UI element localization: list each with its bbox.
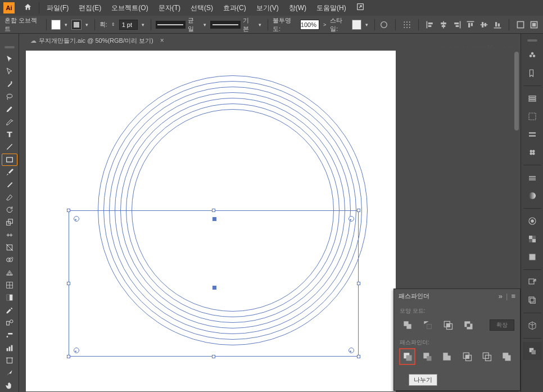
- share-icon[interactable]: [351, 2, 369, 13]
- recolor-icon[interactable]: [379, 20, 388, 29]
- menu-help[interactable]: 도움말(H): [311, 1, 351, 15]
- align-bottom-icon[interactable]: [493, 20, 502, 29]
- line-tool[interactable]: [2, 141, 17, 153]
- rectangle-tool[interactable]: [2, 154, 17, 166]
- sel-anchor-top[interactable]: [212, 217, 216, 221]
- menu-window[interactable]: 창(W): [284, 1, 311, 15]
- stroke-width-input[interactable]: 1 pt: [119, 20, 138, 30]
- slice-tool[interactable]: [2, 367, 17, 379]
- menu-select[interactable]: 선택(S): [185, 1, 218, 15]
- symbol-sprayer-tool[interactable]: [2, 329, 17, 341]
- mesh-tool[interactable]: [2, 279, 17, 291]
- close-tab-icon[interactable]: ×: [160, 37, 164, 44]
- shape-builder-tool[interactable]: [2, 254, 17, 266]
- perspective-grid-tool[interactable]: [2, 267, 17, 279]
- menu-type[interactable]: 문자(T): [153, 1, 185, 15]
- menu-edit[interactable]: 편집(E): [74, 1, 106, 15]
- pen-tool[interactable]: [2, 103, 17, 115]
- scrollbar-thumb[interactable]: [514, 52, 519, 130]
- shape-mode-minus-front[interactable]: [420, 317, 436, 333]
- libraries-panel-icon[interactable]: [523, 291, 542, 309]
- align-artboard-icon[interactable]: [402, 20, 411, 29]
- stroke-profile-dropdown-icon[interactable]: ▾: [202, 22, 208, 28]
- sel-handle-mr[interactable]: [357, 282, 360, 285]
- rotate-tool[interactable]: [2, 204, 17, 216]
- lines-panel-icon[interactable]: [523, 169, 542, 187]
- menu-effect[interactable]: 효과(C): [218, 1, 251, 15]
- stroke-dropdown-icon[interactable]: ▾: [84, 22, 90, 28]
- selection-rect[interactable]: [69, 210, 359, 357]
- stroke-width-dropdown-icon[interactable]: ▾: [140, 22, 146, 28]
- sel-handle-ml[interactable]: [67, 282, 70, 285]
- menu-view[interactable]: 보기(V): [251, 1, 284, 15]
- stroke-swatch[interactable]: [71, 20, 81, 30]
- sel-handle-bl[interactable]: [67, 355, 70, 358]
- panel-menu-icon[interactable]: ≡: [511, 292, 515, 300]
- align-right-icon[interactable]: [452, 20, 461, 29]
- toolbar-handle[interactable]: [4, 46, 15, 48]
- eraser-tool[interactable]: [2, 191, 17, 204]
- artboard[interactable]: [26, 51, 396, 391]
- sel-anchor-center[interactable]: [212, 286, 216, 290]
- magic-wand-tool[interactable]: [2, 78, 17, 91]
- align-vcenter-icon[interactable]: [479, 20, 488, 29]
- opacity-dropdown-icon[interactable]: >: [322, 22, 328, 28]
- document-tab[interactable]: ☁ 무지개만들기.aic @ 50%(RGB/미리 보기) ×: [25, 35, 170, 47]
- align-left-icon[interactable]: [426, 20, 435, 29]
- graphic-styles-panel-icon[interactable]: [523, 248, 542, 266]
- column-graph-tool[interactable]: [2, 342, 17, 354]
- panel-collapse-icon[interactable]: »: [499, 292, 503, 300]
- brush-def-preview[interactable]: [210, 21, 241, 29]
- sel-handle-br[interactable]: [357, 355, 360, 358]
- free-transform-tool[interactable]: [2, 241, 17, 254]
- opacity-input[interactable]: 100%: [300, 20, 319, 30]
- lasso-tool[interactable]: [2, 91, 17, 103]
- fill-dropdown-icon[interactable]: ▾: [63, 22, 69, 28]
- opacity-label[interactable]: 불투명도:: [273, 16, 298, 33]
- pathfinder-minus-back[interactable]: [499, 349, 514, 364]
- width-tool[interactable]: [2, 229, 17, 241]
- selection-tool[interactable]: [2, 53, 17, 65]
- sel-handle-tl[interactable]: [67, 209, 70, 212]
- type-tool[interactable]: [2, 128, 17, 141]
- curvature-tool[interactable]: [2, 116, 17, 128]
- clover-panel-icon[interactable]: [523, 143, 542, 161]
- brushes-panel-icon[interactable]: [523, 89, 542, 107]
- sel-handle-tc[interactable]: [212, 209, 215, 212]
- swatches-panel-icon[interactable]: [523, 64, 542, 82]
- paintbrush-tool[interactable]: [2, 166, 17, 178]
- style-dropdown-icon[interactable]: ▾: [364, 22, 370, 28]
- pathfinder-crop[interactable]: [459, 349, 474, 364]
- symbols-panel-icon[interactable]: [523, 107, 542, 125]
- fill-swatch[interactable]: [51, 20, 61, 30]
- live-corner-tr[interactable]: [349, 216, 354, 222]
- stroke-label[interactable]: 획:: [99, 20, 107, 29]
- blend-tool[interactable]: [2, 317, 17, 329]
- pathfinder-panel[interactable]: 패스파인더 » | ≡ 모양 모드: 확장 패스파인더: 나누기: [393, 289, 521, 391]
- shape-mode-intersect[interactable]: [440, 317, 456, 333]
- sel-handle-tr[interactable]: [357, 209, 360, 212]
- scale-tool[interactable]: [2, 216, 17, 228]
- menu-file[interactable]: 파일(F): [42, 1, 74, 15]
- live-corner-tl[interactable]: [74, 216, 79, 222]
- appearance-panel-icon[interactable]: [523, 212, 542, 230]
- live-corner-bl[interactable]: [74, 348, 79, 353]
- shape-mode-unite[interactable]: [400, 317, 415, 333]
- transparency-panel-icon[interactable]: [523, 230, 542, 248]
- panel-header[interactable]: 패스파인더 » | ≡: [394, 289, 520, 303]
- expand-button[interactable]: 확장: [490, 319, 514, 331]
- brush-dropdown-icon[interactable]: ▾: [257, 22, 263, 28]
- live-corner-br[interactable]: [349, 348, 354, 353]
- menu-object[interactable]: 오브젝트(O): [106, 1, 153, 15]
- gradient-panel-icon[interactable]: [523, 187, 542, 205]
- eyedropper-tool[interactable]: [2, 304, 17, 317]
- pathfinder-outline[interactable]: [479, 349, 494, 364]
- pathfinder-merge[interactable]: [440, 349, 455, 364]
- export-panel-icon[interactable]: [523, 273, 542, 291]
- direct-selection-tool[interactable]: [2, 65, 17, 78]
- isolate-icon[interactable]: [530, 20, 539, 29]
- pathfinder-panel-icon[interactable]: [523, 342, 542, 360]
- stroke-profile-preview[interactable]: [156, 21, 186, 29]
- gradient-tool[interactable]: [2, 291, 17, 304]
- shape-mode-exclude[interactable]: [460, 317, 476, 333]
